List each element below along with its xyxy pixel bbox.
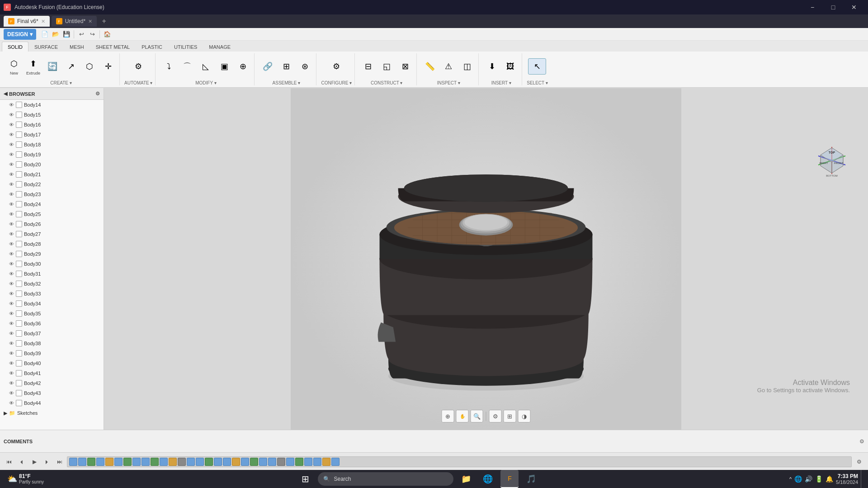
measure-button[interactable]: 📏 [421, 59, 439, 74]
eye-icon[interactable]: 👁 [9, 361, 14, 366]
title-bar-controls[interactable]: − □ ✕ [802, 0, 864, 14]
eye-icon[interactable]: 👁 [9, 221, 14, 227]
browser-item-body34[interactable]: 👁Body34 [0, 299, 104, 309]
timeline-item[interactable] [151, 458, 159, 466]
timeline-item[interactable] [123, 458, 132, 466]
timeline-item[interactable] [214, 458, 222, 466]
eye-icon[interactable]: 👁 [9, 202, 14, 207]
browser-item-body29[interactable]: 👁Body29 [0, 249, 104, 259]
ribbon-tab-manage[interactable]: MANAGE [203, 42, 236, 52]
offset-plane-button[interactable]: ⊟ [359, 59, 377, 74]
eye-icon[interactable]: 👁 [9, 182, 14, 187]
browser-item-body15[interactable]: 👁Body15 [0, 110, 104, 120]
browser-item-body42[interactable]: 👁Body42 [0, 378, 104, 388]
close-tab-icon-2[interactable]: ✕ [88, 19, 92, 24]
display-settings-button[interactable]: ⚙ [489, 410, 502, 422]
plane-angle-button[interactable]: ◱ [378, 59, 395, 74]
timeline-item[interactable] [196, 458, 204, 466]
ribbon-tab-solid[interactable]: SOLID [2, 42, 28, 52]
browser-item-body25[interactable]: 👁Body25 [0, 209, 104, 219]
eye-icon[interactable]: 👁 [9, 132, 14, 137]
timeline-item[interactable] [313, 458, 321, 466]
eye-icon[interactable]: 👁 [9, 172, 14, 177]
timeline-prev-button[interactable]: ⏴ [16, 456, 27, 467]
timeline-item[interactable] [205, 458, 213, 466]
asbuilt-joint-button[interactable]: ⊞ [278, 59, 295, 74]
press-pull-button[interactable]: ⤵ [160, 59, 177, 74]
eye-icon[interactable]: 👁 [9, 351, 14, 356]
ribbon-tab-mesh[interactable]: MESH [64, 42, 90, 52]
eye-icon[interactable]: 👁 [9, 251, 14, 257]
close-button[interactable]: ✕ [844, 0, 864, 14]
ribbon-tab-utilities[interactable]: UTILITIES [168, 42, 203, 52]
browser-item-body41[interactable]: 👁Body41 [0, 368, 104, 378]
timeline-item[interactable] [96, 458, 104, 466]
eye-icon[interactable]: 👁 [9, 102, 14, 108]
eye-icon[interactable]: 👁 [9, 390, 14, 396]
shell-button[interactable]: ▣ [216, 59, 233, 74]
eye-icon[interactable]: 👁 [9, 271, 14, 277]
timeline-item[interactable] [69, 458, 77, 466]
eye-icon[interactable]: 👁 [9, 341, 14, 346]
design-mode-dropdown[interactable]: DESIGN ▾ [4, 29, 36, 40]
browser-item-body23[interactable]: 👁Body23 [0, 189, 104, 199]
timeline-item[interactable] [259, 458, 267, 466]
browser-item-body35[interactable]: 👁Body35 [0, 309, 104, 319]
taskbar-app-media[interactable]: 🎵 [522, 470, 540, 488]
browser-item-body39[interactable]: 👁Body39 [0, 348, 104, 358]
timeline-item[interactable] [187, 458, 195, 466]
browser-settings-icon[interactable]: ⚙ [95, 91, 100, 97]
eye-icon[interactable]: 👁 [9, 211, 14, 217]
browser-item-body31[interactable]: 👁Body31 [0, 269, 104, 279]
start-button[interactable]: ⊞ [296, 470, 314, 488]
new-button[interactable]: 📄 [40, 29, 50, 39]
comments-settings-icon[interactable]: ⚙ [859, 438, 864, 445]
timeline-item[interactable] [114, 458, 123, 466]
volume-icon[interactable]: 🔊 [805, 475, 812, 483]
joint-button[interactable]: 🔗 [259, 59, 276, 74]
timeline-item[interactable] [132, 458, 141, 466]
move-button[interactable]: ✛ [99, 59, 117, 74]
timeline-item[interactable] [250, 458, 258, 466]
eye-icon[interactable]: 👁 [9, 400, 14, 406]
maximize-button[interactable]: □ [823, 0, 844, 14]
notification-icon[interactable]: 🔔 [826, 475, 833, 483]
timeline-item[interactable] [78, 458, 86, 466]
eye-icon[interactable]: 👁 [9, 142, 14, 147]
navigation-cube[interactable]: TOP FRONT RIGHT BOTTOM [814, 142, 850, 178]
browser-item-body22[interactable]: 👁Body22 [0, 179, 104, 189]
zoom-button[interactable]: 🔍 [471, 410, 483, 422]
eye-icon[interactable]: 👁 [9, 231, 14, 237]
taskbar-app-fusion[interactable]: F [500, 470, 519, 488]
timeline-item[interactable] [277, 458, 285, 466]
timeline-next-button[interactable]: ⏵ [42, 456, 52, 467]
browser-item-body37[interactable]: 👁Body37 [0, 328, 104, 338]
weather-widget[interactable]: ⛅ 81°F Partly sunny [4, 470, 47, 488]
fillet-button[interactable]: ⌒ [179, 59, 196, 74]
browser-item-body17[interactable]: 👁Body17 [0, 130, 104, 140]
browser-item-body20[interactable]: 👁Body20 [0, 160, 104, 169]
close-tab-icon[interactable]: ✕ [41, 19, 45, 24]
loft-button[interactable]: ⬡ [81, 59, 98, 74]
browser-item-body40[interactable]: 👁Body40 [0, 358, 104, 368]
timeline-item[interactable] [295, 458, 303, 466]
timeline-item[interactable] [160, 458, 168, 466]
ribbon-tab-plastic[interactable]: PLASTIC [136, 42, 168, 52]
timeline-item[interactable] [142, 458, 150, 466]
browser-item-body26[interactable]: 👁Body26 [0, 219, 104, 229]
timeline-item[interactable] [331, 458, 340, 466]
section-analysis-button[interactable]: ◫ [458, 59, 476, 74]
timeline-settings-icon[interactable]: ⚙ [854, 456, 864, 467]
minimize-button[interactable]: − [802, 0, 823, 14]
browser-item-body44[interactable]: 👁Body44 [0, 398, 104, 408]
timeline-item[interactable] [178, 458, 186, 466]
select-button[interactable]: ↖ [528, 58, 546, 75]
browser-item-body14[interactable]: 👁Body14 [0, 100, 104, 110]
timeline-item[interactable] [87, 458, 95, 466]
browser-item-body32[interactable]: 👁Body32 [0, 279, 104, 289]
browser-collapse-icon[interactable]: ◀ [4, 91, 7, 97]
eye-icon[interactable]: 👁 [9, 291, 14, 296]
show-desktop-button[interactable] [861, 470, 864, 488]
eye-icon[interactable]: 👁 [9, 301, 14, 306]
eye-icon[interactable]: 👁 [9, 371, 14, 376]
